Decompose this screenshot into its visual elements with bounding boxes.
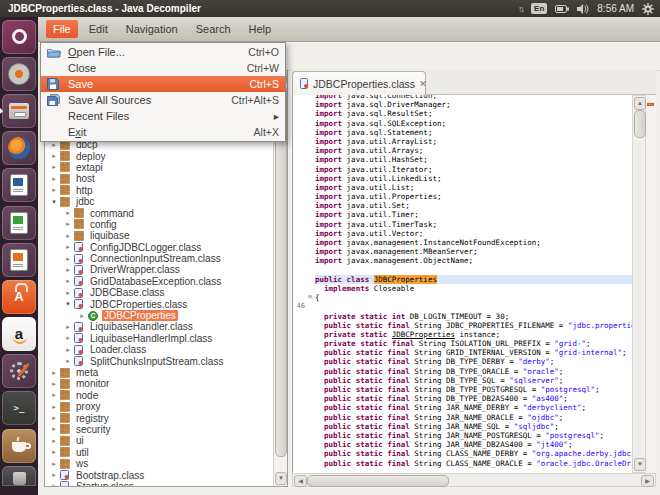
menu-file[interactable]: File <box>46 20 78 38</box>
collapsed-arrow-icon[interactable]: ▸ <box>49 152 59 160</box>
collapsed-arrow-icon[interactable]: ▸ <box>49 425 59 433</box>
tree-item-driverwrapper-class[interactable]: ▸DriverWrapper.class <box>45 264 274 275</box>
libreoffice-calc-icon[interactable] <box>2 206 36 240</box>
tree-item-config[interactable]: ▸config <box>45 219 274 230</box>
editor-vertical-scrollbar[interactable]: ▲ ▼ <box>632 95 646 473</box>
tree-item-jdbcproperties[interactable]: ▸CJDBCProperties <box>45 310 274 321</box>
tree-item-jdbcproperties-class[interactable]: ▾JDBCProperties.class <box>45 298 274 309</box>
tree-item-liquibase[interactable]: ▸liquibase <box>45 230 274 241</box>
libreoffice-writer-icon[interactable] <box>2 168 36 202</box>
tree-item-configjdbclogger-class[interactable]: ▸ConfigJDBCLogger.class <box>45 242 274 253</box>
collapsed-arrow-icon[interactable]: ▸ <box>49 369 59 377</box>
expanded-arrow-icon[interactable]: ▾ <box>49 198 59 206</box>
tree-item-http[interactable]: ▸http <box>45 185 274 196</box>
system-settings-icon[interactable] <box>2 354 36 388</box>
keyboard-layout-indicator[interactable]: En <box>531 3 547 14</box>
editor-vscroll-thumb[interactable] <box>634 110 646 138</box>
source-editor[interactable]: import java.sql.Connection;import java.s… <box>292 95 632 473</box>
menu-item-save-all-sources[interactable]: Save All SourcesCtrl+Alt+S <box>41 92 285 108</box>
collapsed-arrow-icon[interactable]: ▸ <box>49 460 59 468</box>
tree-item-jdbcbase-class[interactable]: ▸JDBCBase.class <box>45 287 274 298</box>
collapsed-arrow-icon[interactable]: ▸ <box>49 482 59 487</box>
collapsed-arrow-icon[interactable]: ▸ <box>49 163 59 171</box>
battery-icon[interactable] <box>555 5 569 13</box>
ubuntu-dash-icon[interactable] <box>2 20 36 54</box>
tree-item-node[interactable]: ▸node <box>45 390 274 401</box>
tree-item-proxy[interactable]: ▸proxy <box>45 401 274 412</box>
network-indicator-icon[interactable]: ↑↓ <box>518 4 523 14</box>
occurrence-marker[interactable] <box>647 103 654 106</box>
tree-item-liquibasehandlerimpl-class[interactable]: ▸LiquibaseHandlerImpl.class <box>45 333 274 344</box>
menu-search[interactable]: Search <box>189 20 238 38</box>
collapsed-arrow-icon[interactable]: ▸ <box>63 232 73 240</box>
collapsed-arrow-icon[interactable]: ▸ <box>63 346 73 354</box>
collapsed-arrow-icon[interactable]: ▸ <box>49 391 59 399</box>
menu-navigation[interactable]: Navigation <box>119 20 185 38</box>
scroll-left-arrow-icon[interactable]: ◀ <box>294 475 307 487</box>
tree-item-liquibasehandler-class[interactable]: ▸LiquibaseHandler.class <box>45 321 274 332</box>
collapsed-arrow-icon[interactable]: ▸ <box>49 414 59 422</box>
tree-item-connectioninputstream-class[interactable]: ▸ConnectionInputStream.class <box>45 253 274 264</box>
tree-item-deploy[interactable]: ▸deploy <box>45 150 274 161</box>
menu-item-recent-files[interactable]: Recent Files▸ <box>41 108 285 124</box>
menu-item-close[interactable]: CloseCtrl+W <box>41 60 285 76</box>
collapsed-arrow-icon[interactable]: ▸ <box>63 277 73 285</box>
tree-item-ui[interactable]: ▸ui <box>45 435 274 446</box>
tab-close-icon[interactable]: ✕ <box>419 79 427 89</box>
tree-item-bootstrap-class[interactable]: ▸Bootstrap.class <box>45 469 274 480</box>
menu-item-open-file[interactable]: Open File...Ctrl+O <box>41 44 285 60</box>
trash-icon[interactable] <box>2 466 36 486</box>
java-decompiler-icon[interactable] <box>2 429 36 463</box>
tree-item-monitor[interactable]: ▸monitor <box>45 378 274 389</box>
menu-item-save[interactable]: SaveCtrl+S <box>41 76 285 92</box>
software-updater-icon[interactable] <box>2 57 36 91</box>
fold-collapse-icon[interactable]: ⊖ <box>305 293 315 302</box>
collapsed-arrow-icon[interactable]: ▸ <box>63 220 73 228</box>
collapsed-arrow-icon[interactable]: ▸ <box>63 266 73 274</box>
collapsed-arrow-icon[interactable]: ▸ <box>63 209 73 217</box>
tree-item-splitchunksinputstream-class[interactable]: ▸SplitChunksInputStream.class <box>45 355 274 366</box>
collapsed-arrow-icon[interactable]: ▸ <box>49 471 59 479</box>
editor-hscroll-thumb[interactable] <box>307 475 449 487</box>
libreoffice-impress-icon[interactable] <box>2 243 36 277</box>
tree-item-ws[interactable]: ▸ws <box>45 458 274 469</box>
overview-ruler[interactable] <box>646 95 656 473</box>
tree-item-startup-class[interactable]: ▸Startup.class <box>45 481 274 487</box>
scroll-right-arrow-icon[interactable]: ▶ <box>641 475 654 487</box>
collapsed-arrow-icon[interactable]: ▸ <box>63 289 73 297</box>
scroll-down-arrow-icon[interactable]: ▼ <box>634 458 646 471</box>
session-gear-icon[interactable] <box>642 3 654 15</box>
collapsed-arrow-icon[interactable]: ▸ <box>63 243 73 251</box>
tree-item-meta[interactable]: ▸meta <box>45 367 274 378</box>
collapsed-arrow-icon[interactable]: ▸ <box>63 357 73 365</box>
software-center-icon[interactable]: A <box>2 280 36 314</box>
expanded-arrow-icon[interactable]: ▾ <box>63 300 73 308</box>
volume-icon[interactable] <box>577 4 589 14</box>
tree-item-extapi[interactable]: ▸extapi <box>45 162 274 173</box>
tree-item-jdbc[interactable]: ▾jdbc <box>45 196 274 207</box>
tab-jdbcproperties[interactable]: JDBCProperties.class ✕ <box>292 71 426 95</box>
collapsed-arrow-icon[interactable]: ▸ <box>77 312 87 320</box>
collapsed-arrow-icon[interactable]: ▸ <box>49 186 59 194</box>
clock[interactable]: 8:56 AM <box>597 3 634 14</box>
collapsed-arrow-icon[interactable]: ▸ <box>63 323 73 331</box>
tree-item-util[interactable]: ▸util <box>45 447 274 458</box>
collapsed-arrow-icon[interactable]: ▸ <box>49 380 59 388</box>
amazon-icon[interactable]: a <box>2 317 36 351</box>
scroll-down-arrow-icon[interactable]: ▼ <box>275 472 287 485</box>
tree-item-loader-class[interactable]: ▸Loader.class <box>45 344 274 355</box>
collapsed-arrow-icon[interactable]: ▸ <box>49 403 59 411</box>
tree-item-griddatabaseexception-class[interactable]: ▸GridDatabaseException.class <box>45 276 274 287</box>
menu-help[interactable]: Help <box>242 20 279 38</box>
scroll-up-arrow-icon[interactable]: ▲ <box>634 97 646 110</box>
tree-item-security[interactable]: ▸security <box>45 424 274 435</box>
collapsed-arrow-icon[interactable]: ▸ <box>49 175 59 183</box>
firefox-icon[interactable] <box>2 131 36 165</box>
collapsed-arrow-icon[interactable]: ▸ <box>49 437 59 445</box>
tree-item-command[interactable]: ▸command <box>45 207 274 218</box>
collapsed-arrow-icon[interactable]: ▸ <box>63 334 73 342</box>
terminal-icon[interactable]: >_ <box>2 391 36 425</box>
menu-edit[interactable]: Edit <box>82 20 115 38</box>
menu-item-exit[interactable]: ExitAlt+X <box>41 124 285 140</box>
tree-item-registry[interactable]: ▸registry <box>45 412 274 423</box>
